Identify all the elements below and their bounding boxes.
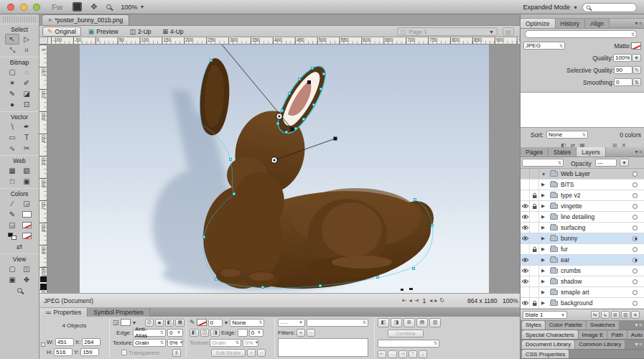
layer-lock-toggle[interactable] (530, 190, 539, 200)
layer-visibility-toggle[interactable] (521, 244, 530, 254)
fill-edge-amount[interactable]: 0▼ (167, 329, 183, 337)
close-window-button[interactable] (7, 4, 14, 11)
layer-name[interactable]: vingette (561, 202, 633, 210)
layer-expand-icon[interactable]: ▶ (541, 182, 550, 187)
magnifier-icon[interactable] (106, 3, 111, 11)
layer-visibility-toggle[interactable] (521, 233, 530, 243)
layer-name[interactable]: Web Layer (561, 170, 633, 177)
tab-css-properties[interactable]: CSS Properties (522, 350, 569, 358)
layer-select-radio[interactable] (633, 290, 638, 295)
stroke-edge-amount[interactable]: 0▼ (249, 329, 263, 337)
panel-grip[interactable] (3, 17, 36, 22)
stroke-color-tool[interactable]: ✎ (5, 209, 19, 220)
layer-lock-toggle[interactable] (530, 212, 539, 222)
export-format-select[interactable]: JPEG⇅ (523, 42, 565, 50)
close-document-icon[interactable]: × (48, 17, 52, 24)
distribute-to-states-button[interactable]: ⇆ (591, 311, 599, 319)
layer-expand-icon[interactable]: ▶ (541, 257, 550, 263)
step-back-button[interactable]: ◂ (429, 297, 432, 304)
fill-texture-select[interactable]: Grain⇅ (133, 339, 166, 347)
stroke-minus-button[interactable]: − (257, 349, 266, 357)
subtract-button[interactable]: ◨ (391, 318, 402, 327)
layer-name[interactable]: background (561, 299, 633, 307)
stroke-inside-button[interactable]: ◧ (190, 329, 199, 337)
layer-lock-toggle[interactable] (530, 169, 539, 179)
layer-name[interactable]: smaple art (561, 289, 633, 296)
tab-layers[interactable]: Layers (577, 147, 606, 157)
layer-row-surfacing[interactable]: ▶surfacing (521, 223, 644, 233)
layer-expand-icon[interactable]: ▶ (541, 225, 550, 230)
tab-history[interactable]: History (556, 19, 585, 28)
layer-lock-toggle[interactable] (530, 298, 539, 308)
quality-slider-button[interactable]: ▼ (632, 54, 641, 62)
transparent-checkbox[interactable] (121, 350, 127, 355)
opacity-field[interactable]: --- (595, 159, 617, 167)
layer-select-radio[interactable] (633, 301, 638, 306)
layer-row-bunny[interactable]: ▶bunny (521, 233, 644, 244)
full-screen-mode-tool[interactable]: ▣ (5, 274, 19, 285)
layer-lock-toggle[interactable] (530, 287, 539, 297)
layer-name[interactable]: shadow (561, 278, 633, 285)
layer-row-background[interactable]: ▶background (521, 298, 644, 309)
no-color-tool[interactable] (19, 230, 34, 241)
layer-visibility-toggle[interactable] (521, 287, 530, 297)
layer-name[interactable]: crumbs (561, 267, 633, 274)
layer-row-web-layer[interactable]: ▼Web Layer (521, 169, 644, 180)
layer-select-radio[interactable] (633, 172, 638, 177)
search-box[interactable] (582, 3, 637, 12)
tab-2up[interactable]: ◫ 2-Up (126, 27, 156, 36)
fill-none-button[interactable]: ∅ (145, 319, 154, 327)
knife-tool[interactable]: ✂ (19, 143, 34, 154)
smoothing-stepper[interactable]: ⇅ (633, 78, 641, 86)
tab-properties[interactable]: ≔ Properties (39, 308, 88, 317)
layer-row-smaple-art[interactable]: ▶smaple art (521, 287, 644, 298)
fill-texture-amount[interactable]: 0%▼ (167, 339, 183, 347)
layer-select-radio[interactable] (633, 204, 638, 209)
layer-expand-icon[interactable]: ▶ (541, 192, 550, 198)
layer-name[interactable]: type v2 (561, 192, 633, 199)
paint-bucket-tool[interactable]: ◲ (19, 198, 34, 209)
tab-path[interactable]: Path (607, 330, 627, 339)
layer-row-type-v2[interactable]: ▶type v2 (521, 190, 644, 201)
layer-lock-toggle[interactable] (530, 180, 539, 190)
layer-visibility-toggle[interactable] (521, 266, 530, 276)
last-state-button[interactable]: ⇥ (414, 297, 419, 304)
state-select[interactable]: State 1▼ (523, 311, 567, 319)
stroke-tip-size[interactable]: 0 (208, 319, 223, 327)
tab-original[interactable]: ✎ Original (42, 27, 81, 37)
align-top-button[interactable]: ⤒ (409, 350, 417, 358)
layer-lock-toggle[interactable] (530, 233, 539, 243)
layer-name[interactable]: ear (561, 256, 633, 264)
layer-visibility-toggle[interactable] (521, 298, 530, 308)
layer-visibility-toggle[interactable] (521, 180, 530, 190)
tab-document-library[interactable]: Document Library (522, 340, 575, 349)
pen-tool[interactable]: ✒ (19, 121, 34, 132)
zoom-tool[interactable] (12, 285, 27, 296)
layer-visibility-toggle[interactable] (521, 276, 530, 286)
layer-lock-toggle[interactable] (530, 276, 539, 286)
fill-color-tool[interactable]: ◲ (5, 220, 19, 230)
matte-color-swatch[interactable] (631, 42, 641, 50)
slice-tool[interactable]: ▧ (19, 165, 34, 176)
selective-quality-edit-button[interactable]: ✎ (633, 66, 641, 74)
tab-4up[interactable]: ⊞ 4-Up (159, 27, 188, 36)
stroke-color-swatch-tool[interactable] (19, 209, 34, 220)
tab-swatches[interactable]: Swatches (587, 321, 620, 330)
sort-select[interactable]: None⇅ (546, 131, 588, 139)
tab-align[interactable]: Align (585, 19, 610, 28)
edit-stroke-button[interactable]: Edit Stroke (211, 349, 246, 357)
filters-list[interactable] (278, 338, 368, 357)
hotspot-tool[interactable]: ▦ (5, 165, 19, 176)
layer-expand-icon[interactable]: ▶ (541, 279, 550, 284)
fill-solid-button[interactable]: ■ (155, 319, 164, 327)
layer-expand-icon[interactable]: ▼ (541, 172, 550, 177)
first-state-button[interactable]: ⇤ (402, 297, 407, 304)
duplicate-layer-button[interactable]: ⊞ (611, 311, 620, 319)
default-colors-tool[interactable] (5, 230, 19, 241)
standard-screen-mode-tool[interactable]: ▢ (5, 264, 19, 274)
layer-lock-toggle[interactable] (530, 255, 539, 265)
fill-gradient-button[interactable]: ◧ (165, 319, 174, 327)
crop-tool[interactable]: ⌗ (19, 45, 34, 55)
layer-select-radio[interactable] (633, 225, 638, 230)
tab-optimize[interactable]: Optimize (521, 19, 556, 28)
